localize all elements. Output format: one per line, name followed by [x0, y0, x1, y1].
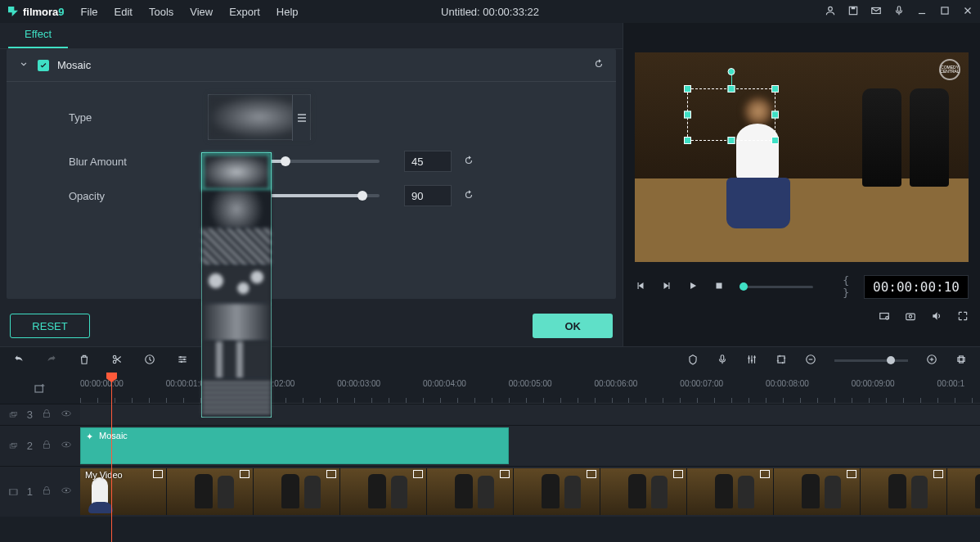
save-icon[interactable]	[847, 5, 859, 19]
adjust-icon[interactable]	[177, 354, 188, 368]
zoom-slider[interactable]	[834, 359, 908, 362]
type-option-1[interactable]	[202, 153, 271, 191]
type-dropdown-button[interactable]	[292, 95, 310, 141]
rotate-handle[interactable]	[728, 68, 735, 75]
clip-thumb	[167, 468, 254, 515]
clip-video[interactable]: My Video	[80, 468, 980, 515]
playhead[interactable]	[111, 374, 112, 542]
resize-handle-sw[interactable]	[684, 137, 691, 144]
resize-handle-n[interactable]	[728, 85, 735, 93]
resize-handle-se[interactable]	[771, 137, 779, 144]
ruler-tick: 00:00:07:00	[680, 379, 723, 388]
preview-panel: COMEDY CENTRAL { } 00:00:00:10	[623, 23, 980, 346]
effect-selection-box[interactable]	[687, 88, 775, 141]
ok-button[interactable]: OK	[533, 314, 613, 338]
tab-effect[interactable]: Effect	[8, 23, 68, 48]
menu-view[interactable]: View	[182, 2, 221, 21]
preview-options	[623, 303, 980, 331]
track-2-lock-icon[interactable]	[41, 439, 52, 453]
track-1-lane[interactable]: My Video	[80, 467, 980, 517]
fullscreen-icon[interactable]	[957, 310, 969, 324]
menu-export[interactable]: Export	[221, 2, 268, 21]
preview-scrubber[interactable]	[739, 286, 813, 288]
volume-icon[interactable]	[931, 310, 942, 324]
opacity-value-input[interactable]: 90	[404, 185, 452, 206]
track-2-visible-icon[interactable]	[61, 439, 72, 453]
clip-thumb	[600, 468, 687, 515]
track-1-visible-icon[interactable]	[61, 485, 72, 499]
menu-help[interactable]: Help	[268, 2, 307, 21]
transport-bar: { } 00:00:00:10	[623, 270, 980, 303]
zoom-out-icon[interactable]	[805, 354, 816, 368]
resize-handle-nw[interactable]	[684, 85, 691, 93]
label-opacity: Opacity	[69, 190, 208, 202]
quality-icon[interactable]	[879, 310, 890, 324]
menu-list: File Edit Tools View Export Help	[73, 2, 307, 21]
type-option-6[interactable]	[202, 341, 271, 379]
menu-tools[interactable]: Tools	[141, 2, 182, 21]
type-option-3[interactable]	[202, 228, 271, 266]
prev-frame-icon[interactable]	[635, 280, 646, 294]
svg-rect-24	[778, 356, 784, 363]
track-3-visible-icon[interactable]	[61, 408, 72, 422]
close-icon[interactable]	[962, 5, 973, 19]
workspace: Effect Mosaic Type	[0, 23, 980, 346]
track-2-number: 2	[27, 440, 33, 452]
svg-rect-23	[753, 357, 755, 359]
account-icon[interactable]	[825, 5, 836, 19]
resize-handle-ne[interactable]	[771, 85, 779, 93]
reset-blur-icon[interactable]	[463, 155, 474, 169]
marker-icon[interactable]	[687, 354, 699, 368]
delete-icon[interactable]	[79, 354, 90, 368]
split-icon[interactable]	[111, 354, 123, 368]
track-1-lock-icon[interactable]	[41, 485, 52, 499]
maximize-icon[interactable]	[939, 5, 951, 19]
next-frame-icon[interactable]	[661, 280, 672, 294]
effect-section-header[interactable]: Mosaic	[7, 49, 616, 82]
track-2-lane[interactable]: ✦ Mosaic	[80, 426, 980, 466]
type-option-7[interactable]	[202, 379, 271, 417]
track-3: 3	[0, 404, 980, 425]
preview-viewport[interactable]: COMEDY CENTRAL	[635, 52, 969, 262]
zoom-fit-icon[interactable]	[955, 354, 967, 368]
svg-rect-20	[721, 355, 724, 360]
stop-icon[interactable]	[713, 280, 725, 294]
clip-mosaic[interactable]: ✦ Mosaic	[80, 427, 509, 464]
blur-value-input[interactable]: 45	[404, 151, 452, 172]
svg-point-17	[180, 356, 182, 358]
reset-opacity-icon[interactable]	[463, 189, 474, 203]
minimize-icon[interactable]	[916, 5, 928, 19]
snapshot-icon[interactable]	[905, 310, 916, 324]
resize-handle-e[interactable]	[771, 111, 779, 119]
play-icon[interactable]	[687, 280, 699, 294]
type-selector[interactable]	[208, 94, 311, 140]
redo-icon[interactable]	[46, 354, 57, 368]
history-icon[interactable]	[144, 354, 155, 368]
clip-thumb	[687, 468, 774, 515]
track-3-lock-icon[interactable]	[41, 408, 52, 422]
mail-icon[interactable]	[870, 5, 882, 19]
undo-icon[interactable]	[13, 354, 25, 368]
clip-thumb	[774, 468, 861, 515]
resize-handle-s[interactable]	[728, 137, 735, 144]
menu-edit[interactable]: Edit	[106, 2, 141, 21]
svg-rect-2	[852, 7, 856, 9]
record-vo-icon[interactable]	[717, 354, 728, 368]
svg-rect-10	[880, 313, 889, 318]
effect-enable-checkbox[interactable]	[38, 60, 49, 71]
type-option-5[interactable]	[202, 304, 271, 341]
add-track-button[interactable]	[0, 374, 80, 404]
mic-icon[interactable]	[893, 5, 905, 19]
crop-icon[interactable]	[775, 354, 787, 368]
type-option-2[interactable]	[202, 191, 271, 228]
effect-clip-icon: ✦	[86, 431, 93, 442]
resize-handle-w[interactable]	[684, 111, 691, 119]
zoom-in-icon[interactable]	[926, 354, 937, 368]
menu-file[interactable]: File	[73, 2, 106, 21]
type-option-4[interactable]	[202, 266, 271, 304]
reset-button[interactable]: RESET	[10, 314, 90, 338]
list-icon	[298, 114, 306, 122]
reset-section-icon[interactable]	[593, 58, 605, 72]
mixer-icon[interactable]	[746, 354, 757, 368]
effect-form: Type Blur Amount 45	[7, 82, 616, 210]
